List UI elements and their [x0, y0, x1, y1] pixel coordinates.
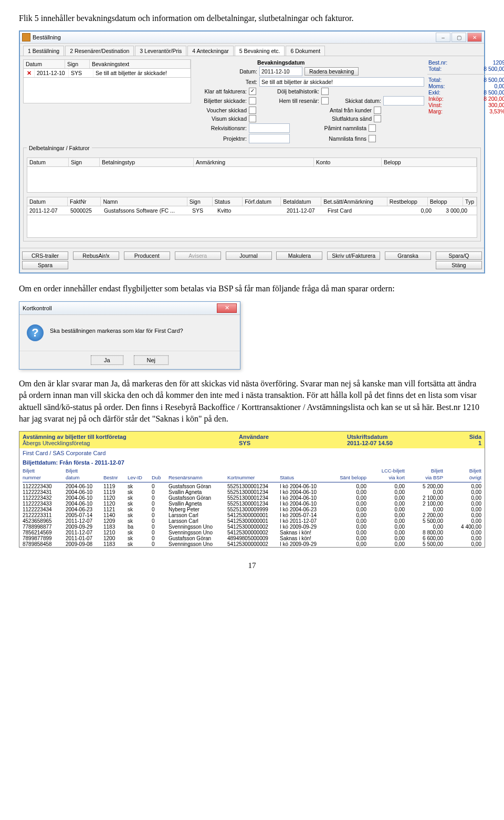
col-sign: Sign [65, 60, 90, 68]
maximize-button[interactable]: ▢ [452, 33, 466, 42]
spara-button[interactable]: Spara [22, 261, 68, 269]
report-row: 78562145692011-12-071210sk0Svenningsson … [19, 530, 485, 535]
journal-button[interactable]: Journal [226, 251, 272, 260]
pamint-checkbox[interactable] [369, 124, 376, 132]
faktura-row[interactable]: 2011-12-07 5000025 Gustafssons Software … [27, 206, 477, 215]
producent-button[interactable]: Producent [124, 251, 170, 260]
avstamning-report: Avstämning av biljetter till kortföretag… [19, 431, 485, 548]
minimize-button[interactable]: – [436, 33, 450, 42]
col-datum: Datum [24, 60, 65, 68]
antal-checkbox[interactable] [374, 107, 381, 114]
bevakning-list: Datum Sign Bevakningstext ✕ 2011-12-10 S… [23, 59, 191, 144]
bottom-toolbar: CRS-trailer RebusAir/x Producent Avisera… [20, 248, 484, 272]
bevakning-row[interactable]: ✕ 2011-12-10 SYS Se till att biljetter ä… [23, 69, 191, 78]
report-head-row-1: BiljettBiljettLCC-biljettBiljettBiljett [19, 467, 485, 474]
projekt-input[interactable] [249, 134, 290, 143]
totals-panel: Best.nr:1209 Total:8 500,00 Total:8 500,… [427, 59, 504, 144]
delbet-body[interactable] [27, 167, 477, 193]
kortkontroll-dialog: Kortkontroll ✕ ? Ska beställningen marke… [19, 301, 240, 370]
klar-fakturera-checkbox[interactable]: ✓ [249, 88, 256, 95]
hem-checkbox[interactable] [321, 97, 329, 104]
col-text: Bevakningstext [90, 60, 191, 68]
skickat-datum-input[interactable] [383, 96, 424, 106]
biljetter-checkbox[interactable] [249, 97, 256, 104]
dialog-message: Ska beställningen markeras som klar för … [50, 324, 183, 334]
report-row: 45236589652011-12-071209sk0Larsson Carl5… [19, 518, 485, 524]
tab-anteckningar[interactable]: 4 Anteckningar [187, 46, 233, 56]
tab-dokument[interactable]: 6 Dokument [286, 46, 325, 56]
paragraph-3: Om den är klar svarar man Ja, då markera… [19, 378, 485, 425]
window-titlebar[interactable]: Beställning – ▢ ✕ [20, 31, 484, 44]
report-row: 78998778992011-01-071200sk0Gustafsson Gö… [19, 535, 485, 541]
tab-leverantor[interactable]: 3 Leverantör/Pris [135, 46, 186, 56]
nej-button[interactable]: Nej [134, 355, 169, 365]
delbetalningar-fieldset: Delbetalningar / Fakturor Datum Sign Bet… [23, 148, 481, 241]
report-rows: 11222234302004-06-101119sk0Gustafsson Gö… [19, 483, 485, 547]
tab-resenarer[interactable]: 2 Resenärer/Destination [65, 46, 134, 56]
voucher-checkbox[interactable] [249, 107, 256, 114]
dialog-close-button[interactable]: ✕ [217, 303, 237, 313]
report-row: 11222234332004-06-101120sk0Svallin Agnet… [19, 501, 485, 507]
report-row: 11222234322004-06-101120sk0Gustafsson Gö… [19, 495, 485, 501]
slut-checkbox[interactable] [374, 115, 381, 122]
spara-q-button[interactable]: Spara/Q [436, 251, 482, 260]
dolj-checkbox[interactable] [321, 88, 329, 95]
makulera-button[interactable]: Makulera [276, 251, 322, 260]
dialog-title: Kortkontroll [23, 305, 52, 311]
report-row: 77889988772009-09-291183ba0Svenningsson … [19, 524, 485, 530]
close-button[interactable]: ✕ [467, 33, 482, 42]
ja-button[interactable]: Ja [91, 355, 123, 365]
visum-checkbox[interactable] [249, 115, 256, 122]
report-title: Avstämning av biljetter till kortföretag [23, 434, 239, 440]
report-row: 11222234342004-06-231121sk0Nyberg Peter5… [19, 507, 485, 512]
paragraph-2: Om en order innehåller endast flygbiljet… [19, 283, 485, 295]
report-row: 87898584582009-09-081183sk0Svenningsson … [19, 541, 485, 547]
tab-strip: 1 Beställning 2 Resenärer/Destination 3 … [20, 44, 484, 56]
window-title: Beställning [33, 34, 61, 40]
app-icon [22, 33, 30, 41]
datum-input[interactable] [259, 67, 302, 76]
skrivut-button[interactable]: Skriv ut/Fakturera [327, 251, 380, 260]
report-row: 11222234312004-06-101119sk0Svallin Agnet… [19, 489, 485, 495]
namnlista-checkbox[interactable] [369, 135, 376, 142]
radera-bevakning-button[interactable]: Radera bevakning [304, 67, 359, 76]
rekv-input[interactable] [249, 123, 290, 133]
granska-button[interactable]: Granska [385, 251, 431, 260]
avisera-button[interactable]: Avisera [175, 251, 221, 260]
question-icon: ? [27, 324, 44, 341]
text-input[interactable] [259, 77, 424, 87]
tab-bestallning[interactable]: 1 Beställning [23, 46, 64, 56]
section-label: Bevakningsdatum [257, 59, 424, 66]
report-row: 11222234302004-06-101119sk0Gustafsson Gö… [19, 483, 485, 489]
intro-paragraph: Flik 5 innehåller bevakningsdatum och in… [19, 13, 485, 24]
page-number: 17 [19, 561, 485, 570]
bevakning-form: Bevakningsdatum Datum: Radera bevakning … [194, 59, 424, 144]
rebusair-button[interactable]: RebusAir/x [73, 251, 119, 260]
bestallning-window: Beställning – ▢ ✕ 1 Beställning 2 Resenä… [19, 30, 485, 274]
report-company: Åbergs Utvecklingsföretag [23, 440, 239, 446]
row-delete-icon[interactable]: ✕ [24, 69, 35, 77]
report-biljettdatum: Biljettdatum: Från första - 2011-12-07 [19, 458, 485, 467]
stang-button[interactable]: Stäng [436, 261, 482, 269]
report-head-row-2: nummerdatumBestnrLev-IDDubResenärsnamnKo… [19, 474, 485, 481]
report-row: 21222233112005-07-141140sk0Larsson Carl5… [19, 512, 485, 518]
crs-trailer-button[interactable]: CRS-trailer [22, 251, 68, 260]
report-card: First Card / SAS Corporate Card [19, 448, 485, 458]
tab-bevakning[interactable]: 5 Bevakning etc. [235, 46, 285, 56]
